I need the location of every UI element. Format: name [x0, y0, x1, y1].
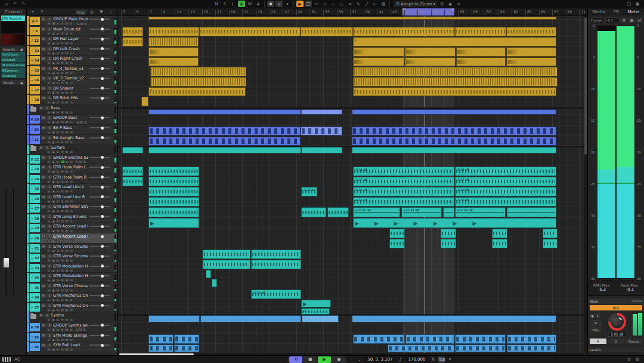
- audio-clip[interactable]: ▶: [301, 300, 331, 307]
- insert-slot[interactable]: SoftClipper: [1, 52, 25, 57]
- volume-slider[interactable]: [89, 58, 110, 59]
- track-control-button[interactable]: ⊜: [56, 32, 60, 35]
- edit-channel-button[interactable]: e: [47, 348, 51, 351]
- mute-button[interactable]: M: [41, 185, 46, 189]
- edit-channel-button[interactable]: e: [47, 259, 51, 262]
- track-control-button[interactable]: R: [61, 319, 64, 322]
- track-control-button[interactable]: ⊜: [56, 52, 60, 55]
- mute-button[interactable]: M: [41, 303, 46, 307]
- track-control-button[interactable]: ⊜: [56, 150, 60, 153]
- audio-clip[interactable]: [148, 207, 199, 217]
- track-row[interactable]: ~ 29MSGTR Accent Lead Le◉⊜RW⊡: [27, 223, 117, 233]
- track-control-button[interactable]: ⊡: [70, 161, 73, 164]
- audio-clip[interactable]: [122, 167, 143, 176]
- track-control-button[interactable]: ⊡: [70, 22, 73, 25]
- track-number-badge[interactable]: ♪ 20: [30, 125, 40, 134]
- right-zone-tab-media[interactable]: Media: [592, 10, 605, 14]
- audio-clip[interactable]: [455, 334, 506, 344]
- edit-channel-button[interactable]: e: [47, 200, 51, 203]
- meter-offset-dropdown[interactable]: -0.1: [605, 17, 620, 23]
- track-number-badge[interactable]: ⊞ 38: [30, 323, 40, 331]
- edit-channel-button[interactable]: e: [47, 91, 51, 94]
- mute-button[interactable]: M: [41, 254, 46, 259]
- mute-button[interactable]: M: [41, 205, 46, 209]
- track-control-button[interactable]: ◉: [52, 279, 55, 282]
- track-row[interactable]: ~ 32MSGTR Verse Strums Re◉⊜RW⊡: [27, 253, 117, 263]
- audio-clip[interactable]: [150, 77, 246, 87]
- audio-clip[interactable]: [301, 27, 353, 36]
- volume-slider[interactable]: [89, 157, 110, 158]
- track-control-button[interactable]: W: [65, 61, 69, 64]
- object-selection-tool[interactable]: ▶: [296, 1, 304, 7]
- track-control-button[interactable]: ⊡: [70, 72, 73, 75]
- track-row[interactable]: ♪ 12MSDR Hat Layere◉⊜RW⊡: [27, 36, 117, 46]
- solo-button[interactable]: S: [47, 37, 52, 41]
- track-control-button[interactable]: ⊜: [56, 91, 60, 94]
- audio-clip[interactable]: 1: [148, 344, 174, 352]
- track-control-button[interactable]: ⊜: [56, 328, 60, 331]
- audio-clip[interactable]: [206, 270, 211, 278]
- track-control-button[interactable]: ⊡: [70, 150, 73, 153]
- folder-icon[interactable]: [30, 146, 36, 151]
- track-control-button[interactable]: ⊜: [56, 161, 60, 164]
- solo-button[interactable]: S: [47, 136, 52, 140]
- color-tool[interactable]: ▧: [380, 1, 387, 7]
- track-row[interactable]: MSBasse◉⊜RW⊡: [27, 105, 117, 115]
- meter-expand-icon[interactable]: ⇄: [636, 17, 643, 23]
- edit-channel-button[interactable]: e: [47, 269, 51, 272]
- audio-clip[interactable]: [441, 229, 456, 238]
- mute-button[interactable]: M: [41, 284, 46, 288]
- track-control-button[interactable]: W: [65, 269, 69, 272]
- audio-clip[interactable]: [455, 27, 506, 36]
- track-control-button[interactable]: ◉: [52, 61, 55, 64]
- audio-clip[interactable]: -4.21 dB: [353, 187, 454, 196]
- audio-clip[interactable]: [456, 57, 506, 66]
- volume-slider[interactable]: [89, 305, 110, 306]
- track-control-button[interactable]: W: [65, 42, 69, 45]
- edit-channel-button[interactable]: e: [47, 180, 51, 183]
- solo-button[interactable]: S: [47, 284, 52, 288]
- track-target-icon[interactable]: ◎: [88, 9, 95, 16]
- right-zone-tab-meter[interactable]: Meter: [628, 10, 640, 14]
- automation-mode-button[interactable]: A: [255, 1, 262, 7]
- track-control-button[interactable]: ⊜: [56, 230, 60, 233]
- edit-channel-button[interactable]: e: [47, 61, 51, 64]
- track-row[interactable]: ~ 28MSGTR Long Strumse◉⊜RW⊡: [27, 214, 117, 224]
- mute-button[interactable]: M: [41, 235, 46, 239]
- track-row[interactable]: ⊞ 1MSGROUP Main Drumse◉⊜RW⊡-6.00 ⇅: [27, 16, 117, 26]
- track-control-button[interactable]: R: [61, 259, 64, 262]
- mute-tool[interactable]: ✕: [346, 1, 354, 7]
- track-row[interactable]: ~ 14MSDR Right Crashe◉⊜RW⊡: [27, 56, 117, 66]
- volume-slider[interactable]: [89, 216, 110, 217]
- solo-button[interactable]: S: [47, 205, 52, 209]
- mute-button[interactable]: M: [41, 66, 46, 70]
- track-control-button[interactable]: ⊜: [56, 259, 60, 262]
- track-row[interactable]: MSGuitarse◉⊜RW⊡: [27, 144, 117, 155]
- track-control-button[interactable]: W: [65, 111, 69, 114]
- volume-slider[interactable]: [89, 48, 110, 50]
- audio-clip[interactable]: [212, 279, 217, 287]
- monitor-source-stereo[interactable]: Stereo: [626, 339, 642, 344]
- volume-slider[interactable]: [89, 78, 110, 79]
- track-control-button[interactable]: ⊜: [56, 348, 60, 351]
- track-number-badge[interactable]: ~ 30: [30, 234, 40, 242]
- track-number-badge[interactable]: ♪ 39: [30, 333, 40, 342]
- volume-slider[interactable]: [89, 295, 110, 296]
- solo-button[interactable]: S: [47, 224, 52, 229]
- edit-channel-button[interactable]: e: [47, 150, 51, 153]
- listen-state-button[interactable]: L: [230, 1, 237, 7]
- track-control-button[interactable]: W: [65, 259, 69, 262]
- track-control-button[interactable]: ⊡: [70, 42, 73, 45]
- zoom-mode-dropdown[interactable]: ⊞ Adapt to Zoom ▾: [394, 1, 438, 7]
- track-row[interactable]: MSSynthse◉⊜RW⊡: [27, 312, 117, 322]
- edit-channel-button[interactable]: e: [47, 170, 51, 173]
- track-control-button[interactable]: R: [61, 299, 64, 302]
- track-control-button[interactable]: ◉: [52, 170, 55, 173]
- transport-misc-icon[interactable]: ≡: [626, 356, 633, 363]
- track-control-button[interactable]: R: [61, 339, 64, 342]
- audio-clip[interactable]: -3.19 dB: [251, 290, 301, 299]
- track-control-button[interactable]: W: [65, 32, 69, 35]
- audio-clip[interactable]: [148, 177, 199, 186]
- audio-clip[interactable]: [327, 207, 349, 217]
- solo-button[interactable]: S: [47, 76, 52, 81]
